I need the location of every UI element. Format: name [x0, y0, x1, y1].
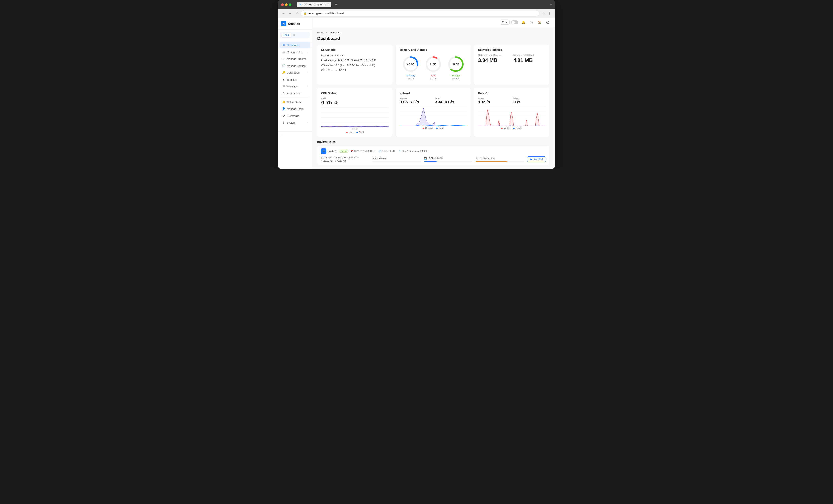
- disk-legend-reads: Reads: [513, 127, 522, 129]
- preference-icon: ⚙: [282, 114, 285, 117]
- address-bar[interactable]: 🔒 demo.nginxui.com/#/dashboard: [301, 11, 540, 16]
- local-env-button[interactable]: Local: [282, 33, 291, 37]
- swap-label: Swap: [424, 74, 442, 77]
- env-storage-stat: 🗄 104 GB · 65.63%: [476, 157, 524, 161]
- chevron-down-icon-certs: ›: [307, 72, 308, 74]
- server-load-avg: Load Average: 1min: 0.02 | 5min:0.05 | 1…: [321, 59, 389, 62]
- theme-toggle[interactable]: [511, 20, 518, 24]
- chevron-down-icon: ›: [307, 51, 308, 53]
- cpu-legend-user: User: [346, 131, 353, 133]
- sidebar-item-label-manage-configs: Manage Configs: [287, 65, 306, 67]
- network-stats-card: Network Statistics Network Total Receive…: [474, 45, 549, 85]
- network-legend: Receive Send: [400, 127, 467, 129]
- cpu-legend-items: User Total: [321, 131, 389, 133]
- chevron-down-icon-sys: ›: [307, 122, 308, 124]
- net-receive-chart-label: Receive: [400, 97, 432, 100]
- sidebar-item-certificates[interactable]: 🔑 Certificates ›: [279, 69, 310, 76]
- env-cpu-text: 🖥 4 CPU · 0%: [373, 157, 421, 159]
- swap-total: 1.0 GB: [424, 77, 442, 80]
- server-uptime: Uptime: 497d 4h 4m: [321, 54, 389, 57]
- breadcrumb-home[interactable]: Home: [317, 31, 324, 34]
- tab-close-button[interactable]: ✕: [327, 3, 329, 6]
- manage-streams-icon: ↔: [282, 57, 285, 60]
- storage-stat-icon: 🗄: [476, 157, 478, 159]
- minimize-button[interactable]: [285, 3, 288, 6]
- menu-icon[interactable]: ⋮: [547, 11, 552, 16]
- environments-title: Environments: [317, 140, 549, 143]
- disk-writes-metric: Writes 102 /s: [478, 97, 510, 105]
- sidebar-item-terminal[interactable]: ▶ Terminal: [279, 76, 310, 83]
- sidebar-item-system[interactable]: ℹ System ›: [279, 119, 310, 126]
- net-receive: Network Total Receive 3.84 MB: [478, 54, 510, 64]
- env-memory-stat: 💾 25 GB · 26.62%: [424, 157, 472, 161]
- cpu-legend: 100.00: [321, 128, 389, 130]
- settings-icon[interactable]: ⚙: [292, 33, 295, 36]
- main-content: Home / Dashboard Dashboard Server Info U…: [312, 27, 555, 169]
- sidebar-item-label-manage-streams: Manage Streams: [287, 57, 306, 60]
- system-icon: ℹ: [282, 121, 285, 124]
- home-button[interactable]: 🏠: [536, 20, 543, 25]
- user-dot: [346, 132, 348, 133]
- reload-button[interactable]: ↺: [294, 11, 299, 16]
- language-selector[interactable]: En ▾: [500, 20, 509, 25]
- sidebar-item-nginx-log[interactable]: ☰ Nginx Log ›: [279, 83, 310, 90]
- tab-favicon: N: [300, 3, 301, 6]
- environment-row: N node-1 Online 📅 2024-01-15 23:31:55 🔄: [317, 146, 549, 165]
- maximize-button[interactable]: [289, 3, 291, 6]
- network-stats-values: Network Total Receive 3.84 MB Network To…: [478, 54, 545, 64]
- server-info-card: Server Info Uptime: 497d 4h 4m Load Aver…: [317, 45, 392, 85]
- refresh-button[interactable]: ↻: [529, 20, 534, 25]
- network-metrics: Receive 3.65 KB/s Send 3.46 KB/s: [400, 97, 467, 105]
- environment-icon: 🖥: [282, 92, 285, 95]
- close-button[interactable]: [281, 3, 284, 6]
- browser-tab[interactable]: N Dashboard | Nginx UI ✕: [297, 2, 332, 7]
- svg-text:6.7 GB: 6.7 GB: [407, 63, 414, 66]
- sidebar-item-manage-streams[interactable]: ↔ Manage Streams: [279, 55, 310, 62]
- cpu-title: CPU Status: [321, 92, 389, 95]
- storage-ring: 64 GB: [447, 55, 465, 73]
- receive-dot: [423, 128, 424, 129]
- sidebar-item-label-system: System: [287, 121, 295, 124]
- collapse-sidebar-button[interactable]: ‹: [281, 134, 309, 137]
- svg-text:64 GB: 64 GB: [453, 63, 459, 66]
- sidebar-item-preference[interactable]: ⚙ Preference: [279, 112, 310, 119]
- env-timestamp: 📅 2024-01-15 23:31:55: [351, 150, 375, 152]
- server-info-title: Server Info: [321, 48, 389, 51]
- sidebar-item-dashboard[interactable]: ⊞ Dashboard: [279, 42, 310, 48]
- storage-total: 104 GB: [447, 77, 465, 80]
- net-send-chart-label: Send: [435, 97, 467, 100]
- chevron-left-icon: ‹: [281, 134, 282, 137]
- env-toggle[interactable]: Local ⚙: [280, 32, 310, 38]
- sidebar-item-notifications[interactable]: 🔔 Notifications: [279, 99, 310, 105]
- sidebar-item-manage-users[interactable]: 👤 Manage Users: [279, 105, 310, 112]
- network-stats-title: Network Statistics: [478, 48, 545, 51]
- net-send-label: Network Total Send: [514, 54, 545, 56]
- bookmark-icon[interactable]: ☆: [541, 11, 546, 16]
- disk-reads-value: 0 /s: [514, 100, 545, 105]
- sidebar-item-manage-configs[interactable]: 📄 Manage Configs: [279, 62, 310, 69]
- env-cpu-stat: 🖥 4 CPU · 0%: [373, 157, 421, 161]
- forward-button[interactable]: →: [288, 11, 293, 16]
- new-tab-button[interactable]: +: [335, 3, 337, 7]
- back-button[interactable]: ←: [281, 11, 286, 16]
- cpu-metric-row: CPU 0.75 %: [321, 97, 389, 106]
- logout-button[interactable]: ⏻: [545, 20, 551, 25]
- network-title: Network: [400, 92, 467, 95]
- net-receive-chart-value: 3.65 KB/s: [400, 100, 432, 105]
- sidebar-item-label-notifications: Notifications: [287, 101, 301, 103]
- app-name: Nginx UI: [288, 22, 300, 25]
- manage-sites-icon: ◎: [282, 50, 285, 53]
- sidebar-item-environment[interactable]: 🖥 Environment: [279, 90, 310, 97]
- terminal-icon: ▶: [282, 78, 285, 81]
- env-memory-text: 💾 25 GB · 26.62%: [424, 157, 472, 159]
- server-os: OS: debian 12.4 (linux 5.10.0-15-arm64 a…: [321, 64, 389, 67]
- breadcrumb: Home / Dashboard: [317, 31, 549, 34]
- link-start-button[interactable]: ▶ Link Start: [527, 156, 546, 162]
- env-cpu-bar: [373, 161, 421, 161]
- sidebar-item-manage-sites[interactable]: ◎ Manage Sites ›: [279, 49, 310, 55]
- memory-label: Memory: [402, 74, 420, 77]
- cpu-metric: CPU 0.75 %: [321, 97, 338, 106]
- net-receive-metric: Receive 3.65 KB/s: [400, 97, 432, 105]
- env-memory-bar: [424, 161, 472, 161]
- notification-bell-button[interactable]: 🔔: [520, 20, 527, 25]
